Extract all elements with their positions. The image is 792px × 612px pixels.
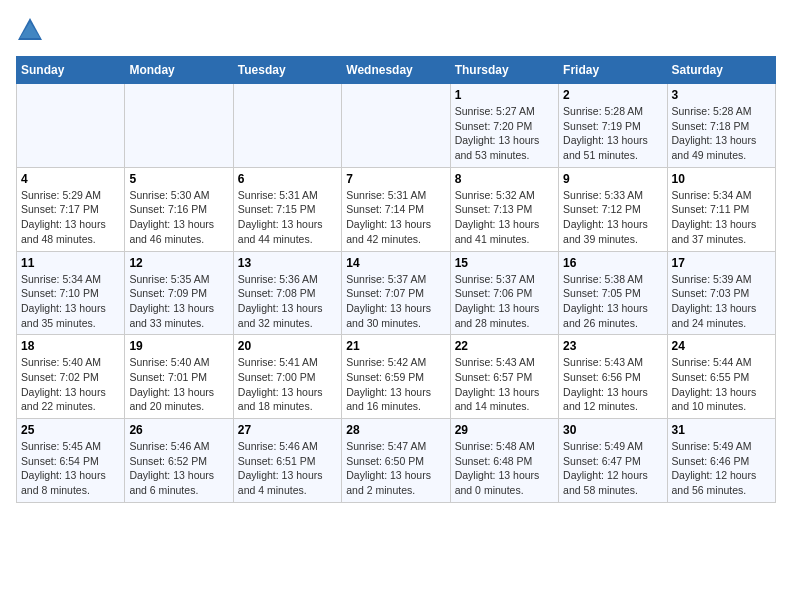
calendar-cell: 30Sunrise: 5:49 AM Sunset: 6:47 PM Dayli…	[559, 419, 667, 503]
day-info: Sunrise: 5:49 AM Sunset: 6:47 PM Dayligh…	[563, 439, 662, 498]
logo	[16, 16, 46, 44]
calendar-cell: 16Sunrise: 5:38 AM Sunset: 7:05 PM Dayli…	[559, 251, 667, 335]
day-info: Sunrise: 5:46 AM Sunset: 6:51 PM Dayligh…	[238, 439, 337, 498]
weekday-row: SundayMondayTuesdayWednesdayThursdayFrid…	[17, 57, 776, 84]
logo-icon	[16, 16, 44, 44]
calendar-cell	[17, 84, 125, 168]
calendar-body: 1Sunrise: 5:27 AM Sunset: 7:20 PM Daylig…	[17, 84, 776, 503]
day-number: 6	[238, 172, 337, 186]
page-header	[16, 16, 776, 44]
day-number: 15	[455, 256, 554, 270]
calendar-cell: 21Sunrise: 5:42 AM Sunset: 6:59 PM Dayli…	[342, 335, 450, 419]
calendar-cell: 3Sunrise: 5:28 AM Sunset: 7:18 PM Daylig…	[667, 84, 775, 168]
day-number: 8	[455, 172, 554, 186]
day-info: Sunrise: 5:37 AM Sunset: 7:07 PM Dayligh…	[346, 272, 445, 331]
calendar-cell: 25Sunrise: 5:45 AM Sunset: 6:54 PM Dayli…	[17, 419, 125, 503]
day-number: 20	[238, 339, 337, 353]
day-info: Sunrise: 5:33 AM Sunset: 7:12 PM Dayligh…	[563, 188, 662, 247]
day-info: Sunrise: 5:49 AM Sunset: 6:46 PM Dayligh…	[672, 439, 771, 498]
day-info: Sunrise: 5:28 AM Sunset: 7:19 PM Dayligh…	[563, 104, 662, 163]
calendar-cell: 19Sunrise: 5:40 AM Sunset: 7:01 PM Dayli…	[125, 335, 233, 419]
day-number: 30	[563, 423, 662, 437]
day-info: Sunrise: 5:35 AM Sunset: 7:09 PM Dayligh…	[129, 272, 228, 331]
calendar-cell: 18Sunrise: 5:40 AM Sunset: 7:02 PM Dayli…	[17, 335, 125, 419]
calendar-cell: 26Sunrise: 5:46 AM Sunset: 6:52 PM Dayli…	[125, 419, 233, 503]
calendar-cell: 20Sunrise: 5:41 AM Sunset: 7:00 PM Dayli…	[233, 335, 341, 419]
day-info: Sunrise: 5:29 AM Sunset: 7:17 PM Dayligh…	[21, 188, 120, 247]
day-number: 10	[672, 172, 771, 186]
week-row-5: 25Sunrise: 5:45 AM Sunset: 6:54 PM Dayli…	[17, 419, 776, 503]
calendar-cell: 29Sunrise: 5:48 AM Sunset: 6:48 PM Dayli…	[450, 419, 558, 503]
day-number: 29	[455, 423, 554, 437]
day-info: Sunrise: 5:48 AM Sunset: 6:48 PM Dayligh…	[455, 439, 554, 498]
weekday-header-sunday: Sunday	[17, 57, 125, 84]
weekday-header-tuesday: Tuesday	[233, 57, 341, 84]
day-info: Sunrise: 5:37 AM Sunset: 7:06 PM Dayligh…	[455, 272, 554, 331]
day-number: 26	[129, 423, 228, 437]
day-info: Sunrise: 5:30 AM Sunset: 7:16 PM Dayligh…	[129, 188, 228, 247]
day-info: Sunrise: 5:43 AM Sunset: 6:56 PM Dayligh…	[563, 355, 662, 414]
day-number: 19	[129, 339, 228, 353]
day-info: Sunrise: 5:34 AM Sunset: 7:10 PM Dayligh…	[21, 272, 120, 331]
day-info: Sunrise: 5:32 AM Sunset: 7:13 PM Dayligh…	[455, 188, 554, 247]
day-number: 13	[238, 256, 337, 270]
calendar-header: SundayMondayTuesdayWednesdayThursdayFrid…	[17, 57, 776, 84]
calendar-cell: 12Sunrise: 5:35 AM Sunset: 7:09 PM Dayli…	[125, 251, 233, 335]
weekday-header-saturday: Saturday	[667, 57, 775, 84]
week-row-3: 11Sunrise: 5:34 AM Sunset: 7:10 PM Dayli…	[17, 251, 776, 335]
day-info: Sunrise: 5:36 AM Sunset: 7:08 PM Dayligh…	[238, 272, 337, 331]
calendar-cell: 23Sunrise: 5:43 AM Sunset: 6:56 PM Dayli…	[559, 335, 667, 419]
calendar-cell: 22Sunrise: 5:43 AM Sunset: 6:57 PM Dayli…	[450, 335, 558, 419]
day-info: Sunrise: 5:44 AM Sunset: 6:55 PM Dayligh…	[672, 355, 771, 414]
week-row-1: 1Sunrise: 5:27 AM Sunset: 7:20 PM Daylig…	[17, 84, 776, 168]
day-number: 22	[455, 339, 554, 353]
day-info: Sunrise: 5:28 AM Sunset: 7:18 PM Dayligh…	[672, 104, 771, 163]
day-info: Sunrise: 5:39 AM Sunset: 7:03 PM Dayligh…	[672, 272, 771, 331]
calendar-cell: 27Sunrise: 5:46 AM Sunset: 6:51 PM Dayli…	[233, 419, 341, 503]
calendar-cell: 17Sunrise: 5:39 AM Sunset: 7:03 PM Dayli…	[667, 251, 775, 335]
day-info: Sunrise: 5:31 AM Sunset: 7:15 PM Dayligh…	[238, 188, 337, 247]
calendar-cell: 1Sunrise: 5:27 AM Sunset: 7:20 PM Daylig…	[450, 84, 558, 168]
calendar-cell: 28Sunrise: 5:47 AM Sunset: 6:50 PM Dayli…	[342, 419, 450, 503]
calendar-cell: 7Sunrise: 5:31 AM Sunset: 7:14 PM Daylig…	[342, 167, 450, 251]
weekday-header-thursday: Thursday	[450, 57, 558, 84]
day-number: 27	[238, 423, 337, 437]
day-number: 16	[563, 256, 662, 270]
week-row-2: 4Sunrise: 5:29 AM Sunset: 7:17 PM Daylig…	[17, 167, 776, 251]
day-info: Sunrise: 5:40 AM Sunset: 7:01 PM Dayligh…	[129, 355, 228, 414]
calendar-cell: 6Sunrise: 5:31 AM Sunset: 7:15 PM Daylig…	[233, 167, 341, 251]
day-info: Sunrise: 5:45 AM Sunset: 6:54 PM Dayligh…	[21, 439, 120, 498]
day-number: 25	[21, 423, 120, 437]
calendar-cell	[342, 84, 450, 168]
day-number: 1	[455, 88, 554, 102]
calendar-table: SundayMondayTuesdayWednesdayThursdayFrid…	[16, 56, 776, 503]
day-number: 28	[346, 423, 445, 437]
day-info: Sunrise: 5:43 AM Sunset: 6:57 PM Dayligh…	[455, 355, 554, 414]
calendar-cell: 13Sunrise: 5:36 AM Sunset: 7:08 PM Dayli…	[233, 251, 341, 335]
day-info: Sunrise: 5:38 AM Sunset: 7:05 PM Dayligh…	[563, 272, 662, 331]
day-number: 24	[672, 339, 771, 353]
day-number: 9	[563, 172, 662, 186]
calendar-cell: 2Sunrise: 5:28 AM Sunset: 7:19 PM Daylig…	[559, 84, 667, 168]
day-number: 14	[346, 256, 445, 270]
weekday-header-monday: Monday	[125, 57, 233, 84]
calendar-cell: 5Sunrise: 5:30 AM Sunset: 7:16 PM Daylig…	[125, 167, 233, 251]
calendar-cell: 31Sunrise: 5:49 AM Sunset: 6:46 PM Dayli…	[667, 419, 775, 503]
day-number: 4	[21, 172, 120, 186]
week-row-4: 18Sunrise: 5:40 AM Sunset: 7:02 PM Dayli…	[17, 335, 776, 419]
day-info: Sunrise: 5:42 AM Sunset: 6:59 PM Dayligh…	[346, 355, 445, 414]
day-number: 21	[346, 339, 445, 353]
calendar-cell: 11Sunrise: 5:34 AM Sunset: 7:10 PM Dayli…	[17, 251, 125, 335]
calendar-cell: 15Sunrise: 5:37 AM Sunset: 7:06 PM Dayli…	[450, 251, 558, 335]
weekday-header-friday: Friday	[559, 57, 667, 84]
day-number: 11	[21, 256, 120, 270]
calendar-cell	[233, 84, 341, 168]
day-number: 12	[129, 256, 228, 270]
day-number: 17	[672, 256, 771, 270]
day-number: 18	[21, 339, 120, 353]
day-number: 3	[672, 88, 771, 102]
svg-marker-1	[20, 22, 40, 38]
calendar-cell: 24Sunrise: 5:44 AM Sunset: 6:55 PM Dayli…	[667, 335, 775, 419]
calendar-cell	[125, 84, 233, 168]
calendar-cell: 14Sunrise: 5:37 AM Sunset: 7:07 PM Dayli…	[342, 251, 450, 335]
